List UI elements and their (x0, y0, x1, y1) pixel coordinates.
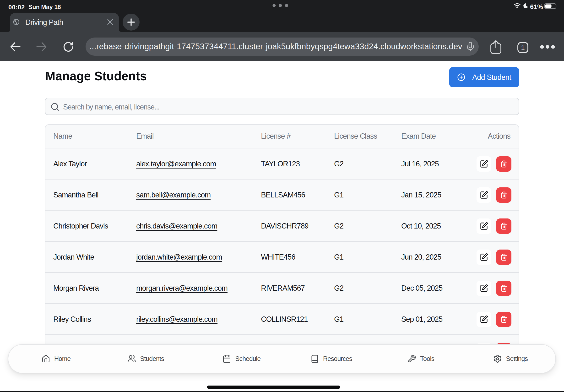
svg-text:1: 1 (521, 44, 525, 51)
